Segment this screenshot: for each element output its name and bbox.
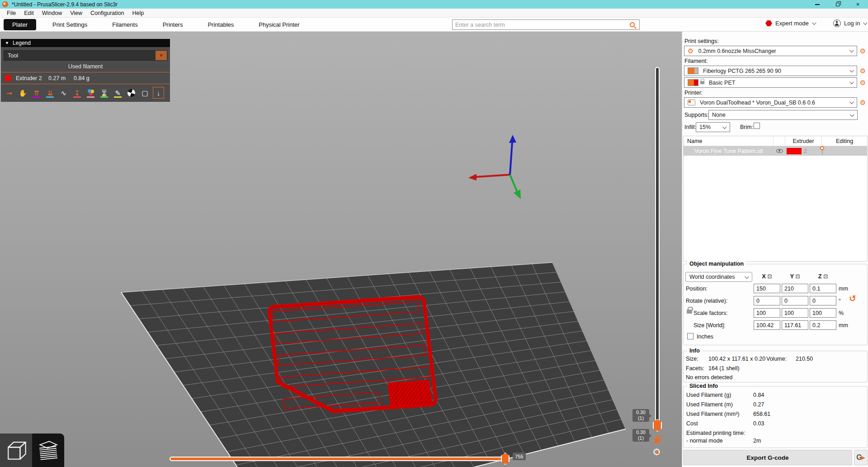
printer-icon — [688, 100, 695, 105]
menu-edit[interactable]: Edit — [20, 10, 38, 16]
scale-y-input[interactable] — [782, 308, 808, 318]
object-extruder-swatch[interactable] — [787, 148, 802, 154]
eye-icon[interactable] — [776, 149, 783, 153]
login-button[interactable]: Log in — [833, 19, 866, 27]
menu-configuration[interactable]: Configuration — [86, 10, 128, 16]
tab-print-settings[interactable]: Print Settings — [44, 19, 96, 30]
print-settings-edit-button[interactable]: ⚙ — [858, 46, 868, 56]
size-x-input[interactable] — [754, 320, 780, 330]
object-row[interactable]: Voron Fine Tune Pattern.stl 2 — [684, 146, 867, 156]
view-type-select[interactable]: Tool ▼ — [4, 50, 167, 61]
menu-window[interactable]: Window — [38, 10, 66, 16]
close-button[interactable]: × — [848, 0, 868, 9]
extruder-length: 0.27 m — [48, 75, 74, 81]
mode-selector[interactable]: Expert mode — [765, 20, 815, 27]
position-unit: mm — [839, 286, 848, 292]
gcode-icon-arrow: ▶ — [861, 454, 865, 461]
minimize-button[interactable] — [807, 0, 827, 9]
legend-header[interactable]: ▼ Legend — [1, 39, 170, 47]
volume-label: Volume: — [766, 356, 787, 362]
gcode-file-button[interactable]: G▶ — [854, 450, 868, 465]
color-changes-icon[interactable] — [85, 87, 96, 99]
chevron-down-icon — [849, 100, 854, 104]
shells-icon[interactable]: ▢ — [139, 87, 151, 99]
filament-2-edit-button[interactable]: ⚙ — [858, 77, 868, 88]
menu-help[interactable]: Help — [128, 10, 148, 16]
inches-checkbox[interactable] — [687, 333, 693, 339]
3d-viewport[interactable]: ▼ Legend Tool ▼ Used filament Extruder 2… — [0, 32, 682, 467]
tab-printers[interactable]: Printers — [154, 19, 192, 30]
preview-view-button[interactable] — [32, 434, 64, 467]
prusaslicer-window: *Untitled - PrusaSlicer-2.9.4 based on S… — [0, 0, 868, 467]
gcode-move-slider[interactable] — [170, 457, 509, 461]
coordinates-value: World coordinates — [686, 274, 745, 280]
layer-slider[interactable] — [655, 67, 660, 430]
coordinates-combo[interactable]: World coordinates — [685, 272, 752, 282]
size-y-input[interactable] — [782, 320, 808, 330]
menu-file[interactable]: File — [3, 10, 20, 16]
tab-physical-printer[interactable]: Physical Printer — [250, 19, 308, 30]
uniform-scale-lock-icon[interactable] — [687, 310, 692, 314]
deretractions-icon[interactable]: ⇊ — [44, 87, 56, 99]
reset-rotation-icon[interactable]: ↺ — [849, 294, 856, 303]
axis-y-header: Y ⊡ — [782, 273, 808, 280]
search-input[interactable] — [453, 22, 630, 28]
scale-label: Scale factors: — [693, 310, 728, 316]
supports-combo[interactable]: None — [708, 110, 858, 120]
axis-z-header: Z ⊡ — [810, 273, 836, 280]
filament-1-edit-button[interactable]: ⚙ — [858, 66, 868, 76]
printer-combo[interactable]: Voron DualToolhead * Voron_Dual_SB 0.6 0… — [684, 97, 857, 108]
search-icon[interactable] — [630, 22, 635, 27]
chevron-down-icon — [849, 80, 854, 84]
slider-unlock-icon[interactable] — [654, 438, 660, 443]
rotate-y-input[interactable] — [782, 296, 808, 305]
slider-settings-gear-icon[interactable]: ⚙ — [652, 447, 661, 457]
rotate-x-input[interactable] — [754, 296, 780, 305]
custom-gcodes-icon[interactable]: ✎ — [112, 87, 123, 99]
info-panel: Info Size: 100.42 x 117.61 x 0.20 Volume… — [683, 351, 868, 382]
printer-edit-button[interactable]: ⚙ — [858, 97, 868, 108]
axis-frame-icon: ⊡ — [823, 273, 828, 280]
editor-view-button[interactable] — [0, 434, 32, 467]
filament-1-combo[interactable]: Fiberlogy PCTG 265 265 90 90 — [684, 66, 857, 76]
object-settings-icon[interactable] — [822, 148, 823, 155]
dropdown-arrow-icon: ▼ — [156, 51, 167, 60]
search-box — [452, 19, 640, 30]
print-moves-icon[interactable]: ↧ — [71, 87, 83, 99]
menu-view[interactable]: View — [66, 10, 86, 16]
extruder-color-swatch — [5, 75, 11, 81]
pause-prints-icon[interactable]: ⌛ — [99, 87, 110, 99]
tab-filaments[interactable]: Filaments — [104, 19, 146, 30]
print-bed — [121, 262, 626, 467]
filament-2-combo[interactable]: Basic PET — [684, 77, 857, 88]
size-z-input[interactable] — [810, 320, 836, 330]
tab-plater[interactable]: Plater — [4, 19, 36, 30]
scale-z-input[interactable] — [810, 308, 836, 318]
center-of-gravity-icon[interactable] — [126, 87, 137, 99]
brim-checkbox[interactable] — [754, 123, 760, 129]
tab-printables[interactable]: Printables — [199, 19, 242, 30]
rotate-z-input[interactable] — [810, 296, 836, 305]
info-title: Info — [687, 348, 702, 354]
position-y-input[interactable] — [782, 284, 808, 293]
export-gcode-button[interactable]: Export G-code — [683, 450, 852, 465]
print-settings-combo[interactable]: ⚙ 0.2mm 0.6nozzle MissChanger — [684, 46, 857, 56]
tool-marker-icon[interactable]: ↓ — [153, 87, 164, 99]
travel-moves-icon[interactable]: ⇝ — [4, 87, 15, 99]
scale-x-input[interactable] — [754, 308, 780, 318]
print-settings-value: 0.2mm 0.6nozzle MissChanger — [693, 48, 849, 54]
filament-2-swatch-icon — [688, 79, 698, 86]
infill-combo[interactable]: 15% — [696, 122, 730, 132]
position-x-input[interactable] — [754, 284, 780, 293]
seams-icon[interactable]: ∿ — [58, 87, 69, 99]
inches-label: Inches — [697, 334, 713, 340]
position-z-input[interactable] — [810, 284, 836, 293]
wipe-moves-icon[interactable]: ✋ — [17, 87, 28, 99]
chevron-down-icon — [812, 20, 816, 25]
axis-frame-icon: ⊡ — [796, 273, 800, 280]
print-settings-label: Print settings: — [684, 38, 719, 44]
retractions-icon[interactable]: ⇈ — [31, 87, 42, 99]
rotate-unit: ° — [839, 298, 841, 304]
gcode-feature-toolbar: ⇝ ✋ ⇈ ⇊ ∿ ↧ ⌛ ✎ ▢ ↓ — [1, 84, 170, 102]
restore-button[interactable] — [827, 0, 848, 9]
